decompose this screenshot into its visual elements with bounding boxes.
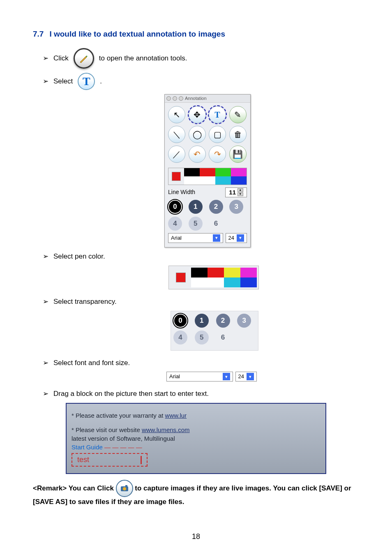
panel-titlebar: Annotation: [165, 95, 250, 103]
undo-tool-icon[interactable]: ↶: [189, 146, 206, 163]
swatch-cyan[interactable]: [224, 278, 240, 287]
dropdown-icon: ▾: [223, 373, 230, 380]
swatch-magenta[interactable]: [231, 168, 247, 176]
redo-tool-icon[interactable]: ↷: [209, 146, 226, 163]
swatch-white-2[interactable]: [208, 278, 224, 287]
swatch-blue[interactable]: [231, 176, 247, 185]
line-width-row: Line Width 11 ▴▾: [168, 187, 247, 197]
line-width-value: 11: [229, 188, 236, 197]
step-font-text: Select font and font size.: [53, 358, 130, 368]
remark-pre: <Remark> You can Click: [33, 484, 114, 492]
typed-text: test: [77, 456, 89, 464]
save-tool-icon[interactable]: 💾: [229, 146, 247, 163]
example-line-2: * Please visit our website www.lumens.co…: [71, 426, 320, 434]
current-color-swatch: [176, 273, 186, 282]
pointer-tool-icon[interactable]: ↖: [168, 106, 185, 123]
transparency-4[interactable]: 4: [168, 217, 182, 231]
swatch-white-2[interactable]: [200, 176, 215, 185]
swatch-yellow[interactable]: [224, 268, 240, 278]
bullet-icon: ➢: [43, 76, 48, 86]
transparency-detail[interactable]: 0 1 2 3 4 5 6: [171, 311, 258, 351]
step-click: ➢ Click to open the annotation tools.: [43, 48, 359, 69]
svg-point-1: [123, 487, 126, 490]
step-pen-color: ➢ Select pen color.: [43, 252, 359, 261]
swatch-red[interactable]: [208, 268, 224, 278]
zoom-icon[interactable]: [179, 96, 183, 101]
remark-block: <Remark> You can Click to capture images…: [33, 480, 359, 507]
step-drag-text: Drag a block on the picture then start t…: [53, 389, 209, 399]
swatch-cyan[interactable]: [215, 176, 231, 185]
example-line-1: * Please activate your warranty at www.l…: [71, 411, 320, 420]
text-cursor-icon: [91, 456, 142, 464]
bullet-icon: ➢: [43, 389, 48, 399]
example-line-2-pre: * Please visit our website: [71, 426, 142, 433]
dropdown-icon: ▾: [247, 373, 254, 380]
swatch-red[interactable]: [200, 168, 215, 176]
swatch-magenta[interactable]: [240, 268, 257, 278]
font-family-value: Arial: [171, 234, 182, 242]
rectangle-tool-icon[interactable]: ▢: [209, 126, 226, 143]
swatch-black[interactable]: [184, 168, 200, 176]
bullet-icon: ➢: [43, 252, 48, 261]
font-family-value: Arial: [169, 373, 180, 380]
transparency-grid[interactable]: 0 1 2 3 4 5 6: [168, 200, 247, 231]
transparency-0[interactable]: 0: [173, 314, 187, 328]
transparency-1[interactable]: 1: [195, 314, 209, 328]
swatch-white[interactable]: [184, 176, 200, 185]
step-select: ➢ Select T .: [43, 73, 359, 90]
font-row: Arial ▾ 24 ▾: [168, 233, 247, 243]
example-link-1[interactable]: www.lur: [165, 412, 187, 419]
color-swatches-detail[interactable]: [168, 266, 259, 289]
step-select-pre: Select: [53, 76, 73, 86]
swatch-green[interactable]: [215, 168, 231, 176]
bullet-icon: ➢: [43, 297, 48, 307]
line-tool-icon[interactable]: ＼: [168, 126, 185, 143]
step-click-post: to open the annotation tools.: [99, 53, 187, 63]
transparency-5[interactable]: 5: [195, 331, 209, 345]
font-size-select[interactable]: 24 ▾: [235, 372, 257, 382]
annotation-tool-icon[interactable]: [74, 48, 94, 69]
line-width-stepper[interactable]: 11 ▴▾: [225, 187, 247, 197]
step-drag: ➢ Drag a block on the picture then start…: [43, 389, 359, 399]
section-number: 7.7: [33, 29, 44, 40]
example-screenshot: * Please activate your warranty at www.l…: [66, 403, 326, 474]
text-entry-box[interactable]: test: [71, 453, 148, 467]
eraser-tool-icon[interactable]: ／: [168, 146, 185, 163]
delete-tool-icon[interactable]: 🗑: [229, 126, 247, 143]
ellipse-tool-icon[interactable]: ◯: [189, 126, 206, 143]
stepper-icon[interactable]: ▴▾: [238, 188, 243, 196]
swatch-black[interactable]: [191, 268, 208, 278]
transparency-4[interactable]: 4: [173, 331, 187, 345]
dropdown-icon: ▾: [213, 234, 220, 242]
text-tool-icon[interactable]: T: [209, 106, 226, 123]
swatch-blue[interactable]: [240, 278, 257, 287]
transparency-0[interactable]: 0: [168, 200, 182, 214]
transparency-2[interactable]: 2: [209, 200, 223, 214]
draw-tool-icon[interactable]: ✎: [229, 106, 247, 123]
capture-button-icon[interactable]: [116, 480, 133, 497]
example-link-2[interactable]: www.lumens.com: [142, 426, 190, 433]
step-click-pre: Click: [53, 53, 69, 63]
close-icon[interactable]: [166, 96, 171, 101]
transparency-5[interactable]: 5: [189, 217, 203, 231]
move-tool-icon[interactable]: ✥: [189, 106, 206, 123]
panel-title-text: Annotation: [185, 95, 207, 102]
transparency-3[interactable]: 3: [237, 314, 251, 328]
swatch-white[interactable]: [191, 278, 208, 287]
current-color-swatch: [172, 172, 181, 181]
transparency-2[interactable]: 2: [216, 314, 230, 328]
transparency-3[interactable]: 3: [229, 200, 243, 214]
color-swatches[interactable]: [168, 168, 247, 185]
transparency-6[interactable]: 6: [209, 217, 223, 231]
step-pen-color-text: Select pen color.: [53, 252, 105, 261]
step-transparency: ➢ Select transparency.: [43, 297, 359, 307]
svg-rect-2: [125, 485, 127, 487]
transparency-6[interactable]: 6: [216, 331, 230, 345]
text-tool-icon[interactable]: T: [78, 73, 95, 90]
font-family-select[interactable]: Arial ▾: [168, 233, 223, 243]
font-size-select[interactable]: 24 ▾: [226, 233, 247, 243]
font-family-select[interactable]: Arial ▾: [166, 372, 233, 382]
minimize-icon[interactable]: [173, 96, 177, 101]
transparency-1[interactable]: 1: [189, 200, 203, 214]
step-select-period: .: [100, 76, 102, 86]
